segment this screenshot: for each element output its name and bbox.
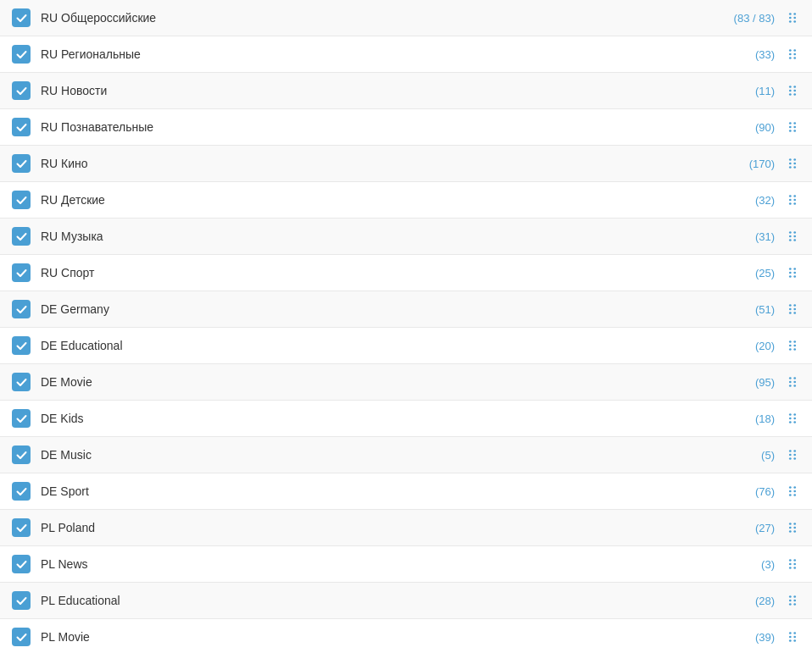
- checkbox[interactable]: [12, 445, 31, 464]
- drag-handle[interactable]: [785, 302, 800, 317]
- svg-point-88: [789, 530, 792, 533]
- drag-handle[interactable]: [785, 374, 800, 390]
- checkbox[interactable]: [12, 555, 31, 573]
- checkbox[interactable]: [12, 482, 31, 501]
- item-label: RU Региональные: [41, 47, 755, 61]
- drag-icon: [785, 593, 800, 608]
- svg-point-97: [793, 595, 796, 598]
- item-count: (83 / 83): [734, 12, 775, 25]
- checkbox[interactable]: [12, 336, 31, 355]
- svg-point-38: [789, 235, 792, 238]
- drag-handle[interactable]: [785, 593, 800, 608]
- item-count: (95): [755, 376, 775, 389]
- svg-point-96: [789, 595, 792, 598]
- svg-point-106: [789, 639, 792, 642]
- checkbox[interactable]: [12, 154, 31, 173]
- item-label: RU Кино: [41, 157, 749, 170]
- drag-handle[interactable]: [785, 119, 800, 135]
- svg-point-49: [793, 304, 796, 307]
- checkmark-icon: [16, 340, 27, 351]
- drag-handle[interactable]: [785, 83, 800, 98]
- item-label: RU Новости: [41, 84, 755, 97]
- svg-point-41: [793, 239, 796, 241]
- list-item: PL News (3): [0, 546, 812, 583]
- drag-handle[interactable]: [785, 10, 800, 25]
- svg-point-32: [789, 199, 792, 202]
- svg-point-62: [789, 381, 792, 384]
- drag-handle[interactable]: [785, 47, 800, 62]
- checkbox[interactable]: [12, 263, 31, 282]
- list-item: PL Educational (28): [0, 583, 812, 619]
- svg-point-78: [789, 486, 792, 489]
- checkbox[interactable]: [12, 81, 31, 100]
- svg-point-11: [793, 57, 796, 59]
- svg-point-21: [793, 126, 796, 129]
- list-item: DE Educational (20): [0, 328, 812, 364]
- checkbox[interactable]: [12, 300, 31, 318]
- drag-handle[interactable]: [785, 520, 800, 535]
- drag-handle[interactable]: [785, 629, 800, 645]
- drag-icon: [785, 629, 800, 645]
- drag-handle[interactable]: [785, 556, 800, 572]
- svg-point-9: [793, 53, 796, 56]
- drag-handle[interactable]: [785, 229, 800, 244]
- drag-handle[interactable]: [785, 447, 800, 462]
- item-count: (31): [755, 230, 775, 243]
- svg-point-13: [793, 86, 796, 88]
- drag-icon: [785, 302, 800, 317]
- checkmark-icon: [16, 486, 27, 497]
- item-label: DE Kids: [41, 412, 755, 425]
- checkbox[interactable]: [12, 628, 31, 646]
- checkbox[interactable]: [12, 518, 31, 537]
- svg-point-4: [789, 20, 792, 23]
- drag-icon: [785, 229, 800, 244]
- svg-point-64: [789, 385, 792, 387]
- svg-point-25: [793, 158, 796, 161]
- svg-point-10: [789, 57, 792, 59]
- checkbox[interactable]: [12, 8, 31, 27]
- item-label: DE Germany: [41, 302, 755, 316]
- svg-point-84: [789, 523, 792, 525]
- svg-point-23: [793, 130, 796, 132]
- drag-handle[interactable]: [785, 484, 800, 499]
- svg-point-51: [793, 308, 796, 311]
- drag-handle[interactable]: [785, 156, 800, 171]
- drag-handle[interactable]: [785, 411, 800, 426]
- svg-point-56: [789, 345, 792, 347]
- svg-point-45: [793, 272, 796, 274]
- item-label: RU Музыка: [41, 230, 755, 243]
- svg-point-14: [789, 90, 792, 92]
- list-item: RU Новости (11): [0, 73, 812, 109]
- item-label: RU Детские: [41, 193, 755, 207]
- item-count: (27): [755, 522, 775, 534]
- svg-point-3: [793, 17, 796, 19]
- checkbox[interactable]: [12, 118, 31, 136]
- checkbox[interactable]: [12, 191, 31, 209]
- svg-point-99: [793, 600, 796, 602]
- item-label: PL Poland: [41, 521, 755, 534]
- drag-handle[interactable]: [785, 265, 800, 280]
- svg-point-47: [793, 275, 796, 278]
- checkmark-icon: [16, 49, 27, 60]
- drag-handle[interactable]: [785, 338, 800, 353]
- checkbox[interactable]: [12, 373, 31, 391]
- list-item: DE Germany (51): [0, 291, 812, 328]
- svg-point-5: [793, 20, 796, 23]
- checkbox[interactable]: [12, 227, 31, 246]
- checkbox[interactable]: [12, 591, 31, 610]
- item-count: (76): [755, 485, 775, 498]
- item-label: RU Общероссийские: [41, 11, 734, 25]
- svg-point-85: [793, 523, 796, 525]
- svg-point-67: [793, 413, 796, 416]
- svg-point-81: [793, 490, 796, 493]
- drag-icon: [785, 10, 800, 25]
- item-count: (11): [755, 85, 775, 97]
- svg-point-37: [793, 231, 796, 234]
- svg-point-59: [793, 348, 796, 351]
- svg-point-102: [789, 632, 792, 634]
- checkbox[interactable]: [12, 45, 31, 64]
- drag-icon: [785, 47, 800, 62]
- drag-handle[interactable]: [785, 192, 800, 208]
- svg-point-61: [793, 377, 796, 379]
- checkbox[interactable]: [12, 409, 31, 428]
